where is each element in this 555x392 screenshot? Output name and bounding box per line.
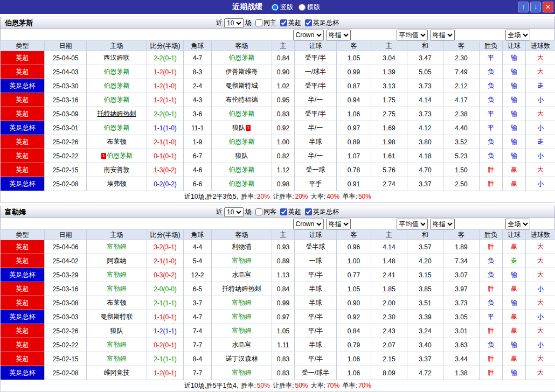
handicap-result: 输 xyxy=(503,79,526,93)
asian-odds-stage-select[interactable]: 终指 xyxy=(326,219,351,229)
league-facup-option[interactable]: 英足总杯 xyxy=(303,18,339,27)
corners: 6-6 xyxy=(184,177,212,191)
titlebar-buttons: ↑ ↓ ✕ xyxy=(518,2,553,12)
euro-home-odds: 2.74 xyxy=(371,177,407,191)
league-badge: 英超 xyxy=(1,107,45,121)
bookmaker-select[interactable]: Crown xyxy=(293,219,324,229)
asian-away-odds: 0.92 xyxy=(337,310,371,324)
euro-away-odds: 7.34 xyxy=(443,254,480,268)
match-row: 英超 25-04-06 富勒姆 3-2(3-1) 4-4 利物浦 0.93 受半… xyxy=(1,240,555,254)
red-card-badge: 1 xyxy=(101,153,106,159)
win-loss-result: 负 xyxy=(480,296,503,310)
layout-vertical-option[interactable]: 竖版 xyxy=(272,3,293,12)
league-epl-option[interactable]: 英超 xyxy=(278,18,301,27)
handicap-result: 输 xyxy=(503,93,526,107)
euro-odds-stage-select[interactable]: 终指 xyxy=(430,219,455,229)
euro-odds-source-select[interactable]: 平均值 xyxy=(397,30,428,40)
away-team: 富勒姆 xyxy=(212,310,272,324)
facup-checkbox[interactable] xyxy=(305,19,312,26)
scope-select[interactable]: 全场 xyxy=(505,219,530,229)
win-loss-result: 负 xyxy=(480,135,503,149)
euro-home-odds: 8.09 xyxy=(371,366,407,380)
same-venue-checkbox[interactable] xyxy=(255,19,262,26)
handicap-result: 赢 xyxy=(503,324,526,338)
asian-handicap-line: 受一球 xyxy=(295,163,337,177)
corners: 12-2 xyxy=(184,268,212,282)
scroll-up-button[interactable]: ↑ xyxy=(518,2,529,12)
asian-away-odds: 0.94 xyxy=(337,93,371,107)
scope-select[interactable]: 全场 xyxy=(505,30,530,40)
euro-draw-odds: 3.57 xyxy=(407,240,443,254)
asian-handicap-line: 半/一 xyxy=(295,121,337,135)
col-winloss: 胜负 xyxy=(480,41,503,51)
euro-away-odds: 3.63 xyxy=(443,338,480,352)
page-title: 近期战绩 xyxy=(232,2,262,12)
col-asian-home: 主 xyxy=(272,230,295,240)
league-epl-option[interactable]: 英超 xyxy=(278,207,301,216)
matches-count-select[interactable]: 10 xyxy=(224,18,244,28)
asian-odds-stage-select[interactable]: 终指 xyxy=(326,30,351,40)
win-loss-result: 负 xyxy=(480,268,503,282)
match-date: 25-02-15 xyxy=(45,352,87,366)
horizontal-label: 横版 xyxy=(307,3,320,12)
asian-away-odds: 0.90 xyxy=(337,296,371,310)
euro-away-odds: 7.49 xyxy=(443,65,480,79)
corners: 7-7 xyxy=(184,338,212,352)
table-header-row: 类型 日期 主场 比分(半场) 角球 客场 主 让球 客 主 和 客 胜负 让球… xyxy=(1,41,555,51)
bookmaker-select[interactable]: Crown xyxy=(293,30,324,40)
league-badge: 英超 xyxy=(1,93,45,107)
same-venue-checkbox[interactable] xyxy=(255,208,262,215)
score: 1-2(0-1) xyxy=(147,366,184,380)
epl-checkbox[interactable] xyxy=(280,208,287,215)
euro-home-odds: 1.39 xyxy=(371,65,407,79)
league-badge: 英足总杯 xyxy=(1,177,45,191)
euro-draw-odds: 3.24 xyxy=(407,324,443,338)
vertical-radio[interactable] xyxy=(272,4,279,11)
euro-odds-source-select[interactable]: 平均值 xyxy=(397,219,428,229)
same-venue-option[interactable]: 同主 xyxy=(253,18,276,27)
league-badge: 英超 xyxy=(1,163,45,177)
horizontal-radio[interactable] xyxy=(299,4,306,11)
matches-count-select[interactable]: 10 xyxy=(224,207,244,217)
scroll-down-button[interactable]: ↓ xyxy=(530,2,541,12)
asian-home-odds: 1.12 xyxy=(272,163,295,177)
home-team: 富勒姆 xyxy=(87,282,147,296)
asian-home-odds: 1.00 xyxy=(272,135,295,149)
asian-handicap-line: 受平/半 xyxy=(295,107,337,121)
score: 3-2(3-1) xyxy=(147,240,184,254)
euro-draw-odds: 4.12 xyxy=(407,121,443,135)
layout-horizontal-option[interactable]: 横版 xyxy=(299,3,320,12)
epl-checkbox[interactable] xyxy=(280,19,287,26)
facup-checkbox[interactable] xyxy=(305,208,312,215)
col-corner: 角球 xyxy=(184,41,212,51)
summary-row: 近10场,胜2平3负5, 胜率:20% 让胜率:20% 大率:40% 单率:50… xyxy=(1,191,555,203)
goals-result: 大 xyxy=(526,352,555,366)
match-row: 英超 25-04-03 伯恩茅斯 1-2(0-1) 8-3 伊普斯维奇 0.90… xyxy=(1,65,555,79)
euro-home-odds: 4.14 xyxy=(371,240,407,254)
home-team: 阿森纳 xyxy=(87,254,147,268)
up-arrow-icon: ↑ xyxy=(522,3,525,11)
win-loss-result: 平 xyxy=(480,310,503,324)
euro-draw-odds: 3.15 xyxy=(407,268,443,282)
col-corner: 角球 xyxy=(184,230,212,240)
score: 0-1(0-1) xyxy=(147,149,184,163)
euro-odds-stage-select[interactable]: 终指 xyxy=(430,30,455,40)
match-date: 25-02-15 xyxy=(45,163,87,177)
match-date: 25-04-02 xyxy=(45,254,87,268)
euro-away-odds: 3.01 xyxy=(443,324,480,338)
match-row: 英超 25-03-08 布莱顿 2-1(1-1) 3-7 富勒姆 0.99 半球… xyxy=(1,296,555,310)
euro-home-odds: 2.41 xyxy=(371,268,407,282)
close-icon: ✕ xyxy=(545,3,551,11)
league-facup-option[interactable]: 英足总杯 xyxy=(303,207,339,216)
goals-result: 小 xyxy=(526,93,555,107)
corners: 8-3 xyxy=(184,65,212,79)
handicap-result: 赢 xyxy=(503,310,526,324)
same-venue-option[interactable]: 同客 xyxy=(253,207,276,216)
match-row: 英足总杯 25-03-30 伯恩茅斯 1-2(1-0) 2-4 曼彻斯特城 1.… xyxy=(1,79,555,93)
games-label: 场 xyxy=(245,207,252,216)
titlebar: 近期战绩 竖版 横版 ↑ ↓ ✕ xyxy=(0,0,555,14)
match-row: 英超 25-02-22 富勒姆 0-2(0-1) 7-7 水晶宫 1.11 半球… xyxy=(1,338,555,352)
facup-label: 英足总杯 xyxy=(313,207,339,216)
close-button[interactable]: ✕ xyxy=(543,2,553,12)
asian-handicap-line: 半球 xyxy=(295,296,337,310)
